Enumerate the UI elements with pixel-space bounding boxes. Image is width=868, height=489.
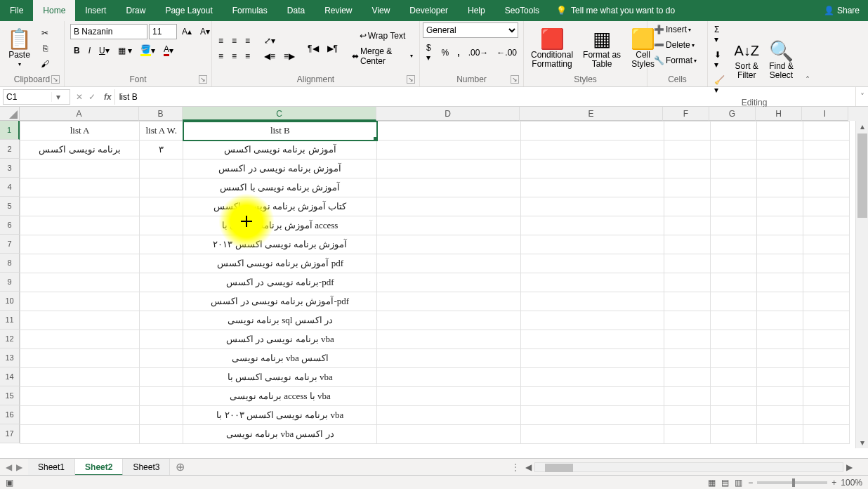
cell-E13[interactable] bbox=[520, 349, 664, 368]
tab-page-layout[interactable]: Page Layout bbox=[155, 0, 222, 21]
collapse-ribbon-button[interactable]: ˄ bbox=[805, 75, 810, 85]
italic-button[interactable]: I bbox=[85, 44, 94, 58]
col-header-B[interactable]: B bbox=[139, 107, 183, 121]
cell-E6[interactable] bbox=[520, 216, 664, 235]
cell-D13[interactable] bbox=[377, 349, 520, 368]
cell-B8[interactable] bbox=[140, 254, 183, 273]
cell-F4[interactable] bbox=[664, 178, 710, 197]
cell-E5[interactable] bbox=[520, 197, 664, 216]
increase-decimal-button[interactable]: .00→ bbox=[465, 46, 492, 60]
cell-B1[interactable]: list A W. bbox=[140, 122, 183, 141]
horizontal-scrollbar[interactable] bbox=[534, 462, 843, 472]
cell-F2[interactable] bbox=[664, 141, 710, 159]
alignment-launcher[interactable]: ↘ bbox=[407, 75, 415, 84]
sheet-tab-3[interactable]: Sheet3 bbox=[123, 459, 170, 476]
new-sheet-button[interactable]: ⊕ bbox=[170, 460, 190, 474]
cell-G2[interactable] bbox=[710, 141, 756, 159]
chevron-down-icon[interactable]: ▾ bbox=[51, 92, 64, 102]
cell-A13[interactable] bbox=[20, 349, 140, 368]
border-button[interactable]: ▦ ▾ bbox=[114, 44, 136, 58]
cell-A1[interactable]: list A bbox=[20, 122, 140, 141]
cell-H6[interactable] bbox=[756, 216, 803, 235]
tab-insert[interactable]: Insert bbox=[75, 0, 116, 21]
cell-H16[interactable] bbox=[756, 406, 803, 425]
bold-button[interactable]: B bbox=[70, 44, 84, 58]
cell-B15[interactable] bbox=[140, 387, 183, 406]
cell-H17[interactable] bbox=[756, 425, 803, 444]
font-launcher[interactable]: ↘ bbox=[199, 75, 207, 84]
row-header-13[interactable]: 13 bbox=[0, 348, 20, 367]
page-break-view-button[interactable]: ▥ bbox=[735, 478, 742, 488]
clear-button[interactable]: 🧹▾ bbox=[711, 73, 728, 97]
enter-formula-button[interactable]: ✓ bbox=[88, 92, 96, 102]
cell-I15[interactable] bbox=[803, 387, 849, 406]
wrap-text-button[interactable]: ↩Wrap Text bbox=[348, 29, 416, 43]
cell-E12[interactable] bbox=[520, 330, 664, 349]
cell-A3[interactable] bbox=[20, 159, 140, 178]
cell-A16[interactable] bbox=[20, 406, 140, 425]
cell-F16[interactable] bbox=[664, 406, 710, 425]
scrollbar-thumb[interactable] bbox=[857, 133, 867, 218]
cell-I6[interactable] bbox=[803, 216, 849, 235]
col-header-F[interactable]: F bbox=[663, 107, 709, 121]
name-box[interactable]: ▾ bbox=[3, 89, 70, 105]
percent-button[interactable]: % bbox=[438, 46, 453, 60]
row-header-6[interactable]: 6 bbox=[0, 216, 20, 235]
cell-B4[interactable] bbox=[140, 178, 183, 197]
cell-E8[interactable] bbox=[520, 254, 664, 273]
cell-A4[interactable] bbox=[20, 178, 140, 197]
cell-D12[interactable] bbox=[377, 330, 520, 349]
cell-H10[interactable] bbox=[756, 292, 803, 311]
row-header-10[interactable]: 10 bbox=[0, 292, 20, 311]
insert-cells-button[interactable]: ➕Insert▾ bbox=[650, 22, 695, 37]
cell-C11[interactable]: برنامه نویسی sql در اکسس bbox=[183, 311, 377, 330]
zoom-out-button[interactable]: − bbox=[748, 478, 753, 488]
cell-D11[interactable] bbox=[377, 311, 520, 330]
fill-button[interactable]: ⬇ ▾ bbox=[711, 48, 728, 72]
zoom-in-button[interactable]: + bbox=[831, 478, 836, 488]
expand-formula-bar-button[interactable]: ˅ bbox=[855, 87, 868, 106]
cell-G4[interactable] bbox=[710, 178, 756, 197]
zoom-level[interactable]: 100% bbox=[841, 478, 862, 488]
select-all-button[interactable] bbox=[0, 107, 20, 121]
cell-B6[interactable] bbox=[140, 216, 183, 235]
row-header-5[interactable]: 5 bbox=[0, 197, 20, 216]
cell-E10[interactable] bbox=[520, 292, 664, 311]
col-header-D[interactable]: D bbox=[376, 107, 520, 121]
cell-F8[interactable] bbox=[664, 254, 710, 273]
cell-A14[interactable] bbox=[20, 368, 140, 387]
cell-C7[interactable]: آموزش برنامه نویسی اکسس ٢٠١٣ bbox=[183, 235, 377, 254]
cell-A2[interactable]: برنامه نویسی اکسس bbox=[20, 141, 140, 159]
cell-G9[interactable] bbox=[710, 273, 756, 292]
tab-nav-prev[interactable]: ◀ bbox=[6, 462, 12, 472]
font-name-combo[interactable] bbox=[70, 24, 147, 39]
sheet-tab-2[interactable]: Sheet2 bbox=[75, 459, 123, 476]
cell-I5[interactable] bbox=[803, 197, 849, 216]
scroll-down-button[interactable]: ▾ bbox=[856, 437, 868, 448]
cell-H4[interactable] bbox=[756, 178, 803, 197]
cell-F6[interactable] bbox=[664, 216, 710, 235]
formula-input[interactable]: list B bbox=[119, 92, 138, 102]
tell-me[interactable]: 💡 Tell me what you want to do bbox=[549, 6, 682, 15]
cell-E14[interactable] bbox=[520, 368, 664, 387]
align-bottom-button[interactable]: ≡ bbox=[242, 34, 254, 48]
cell-F14[interactable] bbox=[664, 368, 710, 387]
tab-home[interactable]: Home bbox=[33, 0, 75, 21]
align-top-button[interactable]: ≡ bbox=[215, 34, 227, 48]
cell-G15[interactable] bbox=[710, 387, 756, 406]
hscroll-split[interactable]: ⋮ bbox=[511, 462, 520, 472]
cell-E2[interactable] bbox=[520, 141, 664, 159]
cell-I12[interactable] bbox=[803, 330, 849, 349]
cell-I14[interactable] bbox=[803, 368, 849, 387]
cell-I10[interactable] bbox=[803, 292, 849, 311]
cell-C5[interactable]: کتاب آموزش برنامه نویسی اکسس bbox=[183, 197, 377, 216]
find-select-button[interactable]: 🔍Find & Select bbox=[765, 38, 798, 82]
cell-G11[interactable] bbox=[710, 311, 756, 330]
cell-C17[interactable]: برنامه نویسی vba در اکسس bbox=[183, 425, 377, 444]
align-center-button[interactable]: ≡ bbox=[228, 49, 240, 63]
cell-B7[interactable] bbox=[140, 235, 183, 254]
cell-E17[interactable] bbox=[520, 425, 664, 444]
cell-H13[interactable] bbox=[756, 349, 803, 368]
cell-E7[interactable] bbox=[520, 235, 664, 254]
page-layout-view-button[interactable]: ▤ bbox=[721, 478, 729, 488]
